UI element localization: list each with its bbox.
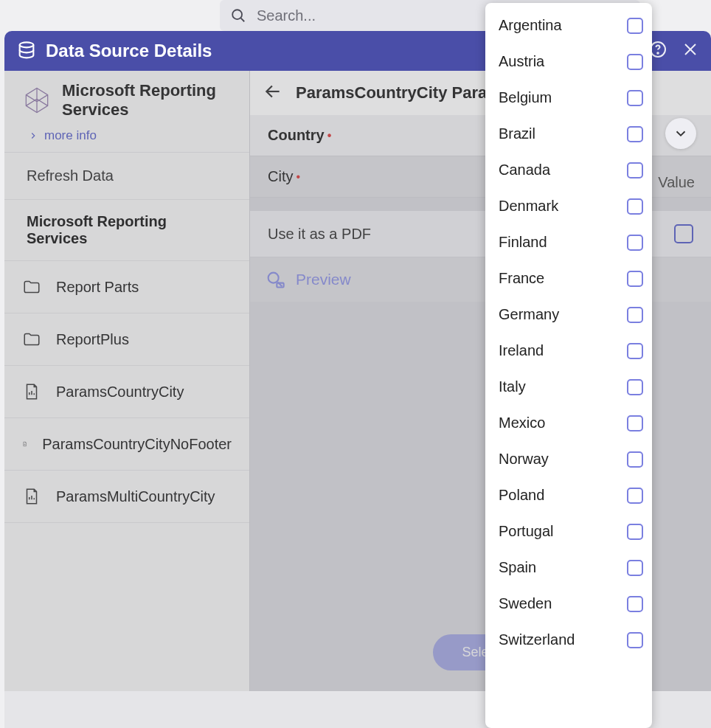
ssrs-logo-icon [21, 84, 53, 117]
pdf-label: Use it as a PDF [268, 226, 371, 243]
more-info-link[interactable]: more info [4, 122, 249, 152]
country-option-label: Ireland [499, 342, 544, 359]
column-header-value: Value [658, 174, 695, 191]
checkbox-icon [627, 90, 643, 106]
country-option[interactable]: France [499, 260, 649, 297]
report-icon [22, 382, 41, 401]
folder-icon [22, 330, 41, 349]
folder-icon [22, 277, 41, 297]
country-option[interactable]: Poland [499, 477, 649, 513]
checkbox-icon [674, 224, 693, 243]
close-button[interactable] [681, 41, 699, 62]
chevron-down-icon [673, 125, 689, 142]
checkbox-icon [627, 379, 643, 395]
country-option[interactable]: Germany [499, 297, 649, 333]
checkbox-icon [627, 488, 643, 504]
country-option-label: Canada [499, 162, 550, 178]
country-option[interactable]: Brazil [499, 116, 649, 152]
country-option-label: Italy [499, 378, 526, 395]
svg-point-2 [20, 42, 34, 47]
tree-item-report-parts[interactable]: Report Parts [4, 261, 249, 313]
database-icon [16, 41, 37, 61]
tree-item-label: ReportPlus [56, 331, 129, 348]
checkbox-icon [627, 451, 643, 468]
svg-point-0 [232, 10, 242, 19]
tree-item-label: ParamsCountryCity [56, 384, 184, 401]
svg-line-1 [241, 18, 245, 22]
checkbox-icon [627, 126, 643, 142]
country-option-label: Germany [499, 306, 559, 323]
country-option-label: Brazil [499, 125, 535, 142]
more-info-label: more info [44, 128, 97, 143]
country-option[interactable]: Argentina [499, 7, 649, 44]
preview-icon [265, 269, 285, 290]
country-option[interactable]: Spain [499, 550, 649, 586]
tree-item-paramsmulticountrycity[interactable]: ParamsMultiCountryCity [4, 471, 249, 523]
country-option-label: Poland [499, 487, 544, 504]
tree-item-label: ParamsCountryCityNoFooter [42, 436, 232, 453]
checkbox-icon [627, 596, 643, 612]
country-option[interactable]: Finland [499, 224, 649, 260]
country-dropdown: ArgentinaAustriaBelgiumBrazilCanadaDenma… [485, 3, 652, 728]
search-placeholder: Search... [257, 7, 316, 24]
country-option[interactable]: Mexico [499, 405, 649, 441]
checkbox-icon [627, 235, 643, 251]
checkbox-icon [627, 632, 643, 648]
country-option-label: Sweden [499, 595, 552, 612]
search-icon [230, 7, 246, 24]
datasource-name: Microsoft Reporting Services [62, 81, 236, 119]
datasource-header: Microsoft Reporting Services [4, 71, 249, 122]
country-option[interactable]: Switzerland [499, 622, 649, 658]
tree-item-label: Report Parts [56, 279, 139, 296]
required-indicator: • [327, 129, 332, 142]
country-option-label: Mexico [499, 415, 545, 431]
tree-item-label: ParamsMultiCountryCity [56, 488, 215, 505]
tree-item-reportplus[interactable]: ReportPlus [4, 313, 249, 366]
refresh-data-button[interactable]: Refresh Data [4, 152, 249, 200]
checkbox-icon [627, 54, 643, 70]
left-panel: Microsoft Reporting Services more info R… [4, 71, 249, 691]
back-button[interactable] [263, 82, 282, 105]
checkbox-icon [627, 343, 643, 359]
tree-item-paramscountrycity[interactable]: ParamsCountryCity [4, 366, 249, 418]
country-option[interactable]: Austria [499, 44, 649, 80]
country-option[interactable]: Belgium [499, 80, 649, 116]
country-option-label: Austria [499, 53, 544, 70]
country-option[interactable]: Ireland [499, 333, 649, 369]
country-option[interactable]: Denmark [499, 188, 649, 224]
svg-point-4 [657, 52, 659, 54]
expand-toggle[interactable] [665, 118, 696, 149]
country-option[interactable]: Canada [499, 152, 649, 188]
country-option-label: France [499, 270, 544, 287]
country-option-list[interactable]: ArgentinaAustriaBelgiumBrazilCanadaDenma… [485, 3, 652, 728]
country-option[interactable]: Portugal [499, 513, 649, 550]
checkbox-icon [627, 560, 643, 576]
country-option-label: Portugal [499, 523, 554, 540]
report-icon [22, 434, 27, 454]
country-option-label: Belgium [499, 89, 552, 106]
param-label: Country [268, 127, 325, 144]
checkbox-icon [627, 162, 643, 178]
checkbox-icon [627, 307, 643, 323]
checkbox-icon [627, 18, 643, 34]
report-icon [22, 487, 41, 506]
required-indicator: • [296, 170, 300, 184]
country-option-label: Argentina [499, 17, 562, 34]
svg-point-8 [268, 273, 279, 283]
country-option[interactable]: Sweden [499, 586, 649, 622]
country-option-label: Switzerland [499, 631, 575, 648]
checkbox-icon [627, 271, 643, 287]
country-option-label: Denmark [499, 198, 558, 215]
checkbox-icon [627, 524, 643, 540]
tree-item-paramscountrycitynofooter[interactable]: ParamsCountryCityNoFooter [4, 418, 249, 471]
param-label: City [268, 168, 293, 185]
section-label: Microsoft Reporting Services [4, 200, 249, 261]
checkbox-icon [627, 198, 643, 215]
country-option-label: Norway [499, 451, 549, 468]
checkbox-icon [627, 415, 643, 431]
country-option-label: Finland [499, 234, 547, 251]
country-option-label: Spain [499, 559, 536, 576]
country-option[interactable]: Italy [499, 369, 649, 405]
preview-label: Preview [296, 271, 351, 288]
country-option[interactable]: Norway [499, 441, 649, 477]
